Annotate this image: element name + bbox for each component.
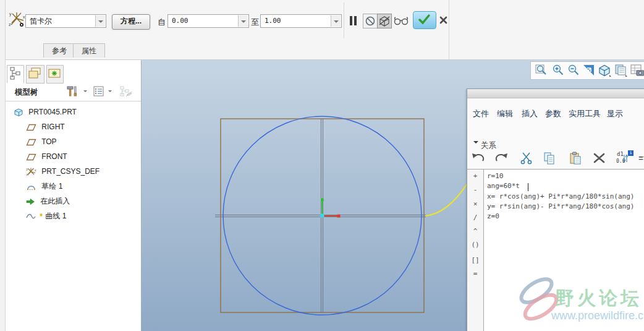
tree-settings-button[interactable] bbox=[93, 86, 104, 97]
equation-line: x= r*cos(ang)+ Pi*r*ang/180*sin(ang) bbox=[487, 192, 634, 202]
switch-dimensions-button[interactable]: d1 0.0 i bbox=[616, 152, 635, 166]
tree-item-insert-here[interactable]: 在此插入 bbox=[26, 194, 70, 208]
to-value-select[interactable]: 1.00 bbox=[260, 14, 342, 28]
operator-power-button[interactable]: ^ bbox=[467, 227, 483, 235]
tab-properties[interactable]: 属性 bbox=[73, 43, 105, 58]
from-value-select[interactable]: 0.00 bbox=[167, 14, 249, 28]
tree-item-sketch1[interactable]: 草绘 1 bbox=[26, 179, 62, 193]
geometry-preview-button[interactable] bbox=[377, 14, 392, 28]
menu-parameters[interactable]: 参数 bbox=[545, 108, 561, 120]
operator-brackets-button[interactable]: [] bbox=[467, 256, 483, 264]
operator-equals-button[interactable]: = bbox=[467, 270, 483, 278]
tree-tools-button[interactable] bbox=[66, 85, 78, 98]
csys-axes-icon: y x z bbox=[7, 11, 26, 28]
tree-item-label: PRT0045.PRT bbox=[28, 108, 77, 116]
tree-item-front[interactable]: FRONT bbox=[26, 150, 67, 163]
zoom-window-button[interactable] bbox=[534, 63, 548, 77]
glasses-icon bbox=[393, 16, 409, 25]
tree-item-part[interactable]: PRT0045.PRT bbox=[14, 105, 77, 119]
tree-item-csys[interactable]: yxz PRT_CSYS_DEF bbox=[26, 165, 100, 178]
chevron-down-icon[interactable] bbox=[95, 15, 105, 27]
zoom-in-button[interactable] bbox=[551, 63, 565, 77]
part-icon bbox=[14, 108, 23, 117]
model-tree-title: 模型树 bbox=[15, 87, 38, 98]
tree-settings-dropdown-icon[interactable] bbox=[108, 90, 112, 94]
csys-type-select[interactable]: 笛卡尔 bbox=[25, 14, 106, 28]
chevron-down-icon[interactable] bbox=[238, 15, 248, 27]
menu-file[interactable]: 文件 bbox=[473, 108, 489, 120]
csys-icon: yxz bbox=[26, 167, 36, 176]
refit-button[interactable] bbox=[582, 63, 596, 77]
operator-plus-button[interactable]: + bbox=[467, 172, 483, 180]
relations-window-titlebar[interactable] bbox=[467, 89, 644, 98]
relations-section-title: 关系 bbox=[481, 141, 496, 150]
csys-triad bbox=[321, 199, 341, 218]
tree-item-curve1[interactable]: * 曲线 1 bbox=[26, 209, 66, 223]
cancel-button[interactable] bbox=[439, 15, 448, 25]
menu-edit[interactable]: 编辑 bbox=[497, 108, 513, 120]
cut-button[interactable] bbox=[520, 152, 536, 166]
csys-type-value: 笛卡尔 bbox=[26, 15, 106, 27]
datum-plane-icon bbox=[26, 139, 36, 146]
collapse-triangle-icon bbox=[473, 141, 478, 146]
delete-button[interactable] bbox=[592, 152, 608, 166]
equation-curve bbox=[425, 182, 468, 216]
tree-item-top[interactable]: TOP bbox=[26, 135, 57, 148]
view-orientation-button[interactable] bbox=[597, 63, 611, 77]
model-tree-panel: 模型树 bbox=[6, 60, 142, 331]
capture-button[interactable] bbox=[629, 63, 643, 77]
curve-icon bbox=[26, 213, 36, 220]
info-badge-icon: i bbox=[628, 150, 633, 156]
menu-insert[interactable]: 插入 bbox=[522, 108, 538, 120]
menu-utilities[interactable]: 实用工具 bbox=[569, 108, 601, 120]
undo-button[interactable] bbox=[470, 152, 486, 166]
operator-minus-button[interactable]: - bbox=[467, 186, 483, 194]
pause-button[interactable] bbox=[349, 15, 358, 26]
tab-reference[interactable]: 参考 bbox=[43, 43, 75, 58]
model-tree-header: 模型树 bbox=[6, 83, 141, 101]
paste-button[interactable] bbox=[569, 152, 585, 166]
tools-icon bbox=[66, 85, 78, 98]
application-window: y x z 笛卡尔 方程... 自 0.00 至 1.00 bbox=[0, 0, 644, 331]
sketch-icon bbox=[26, 183, 36, 191]
operator-multiply-button[interactable]: × bbox=[467, 200, 483, 208]
redo-button[interactable] bbox=[493, 152, 509, 166]
confirm-button[interactable] bbox=[413, 11, 436, 29]
relations-section-header[interactable]: 关系 bbox=[473, 140, 496, 151]
verify-glasses-button[interactable] bbox=[393, 16, 409, 25]
chevron-down-icon[interactable] bbox=[331, 15, 341, 27]
text-cursor bbox=[528, 183, 528, 191]
relations-window: 文件 编辑 插入 参数 实用工具 显示 关系 bbox=[467, 88, 644, 331]
no-preview-button[interactable] bbox=[363, 14, 378, 28]
model-tree-tab[interactable] bbox=[7, 65, 24, 84]
tree-item-label: TOP bbox=[41, 137, 56, 146]
from-value: 0.00 bbox=[168, 15, 248, 27]
tree-filter-button[interactable] bbox=[119, 85, 133, 98]
cube-slash-icon bbox=[378, 14, 391, 28]
equation-button[interactable]: 方程... bbox=[112, 14, 150, 30]
close-icon bbox=[439, 15, 448, 25]
tree-tools-dropdown-icon[interactable] bbox=[83, 90, 87, 94]
operator-divide-button[interactable]: / bbox=[467, 213, 483, 221]
datum-plane-icon bbox=[26, 124, 36, 131]
folder-browser-tab[interactable] bbox=[26, 65, 44, 84]
insert-here-icon bbox=[26, 198, 35, 205]
operator-parens-button[interactable]: () bbox=[467, 241, 483, 249]
ban-icon bbox=[363, 14, 377, 28]
svg-text:y: y bbox=[9, 12, 12, 17]
datum-plane-icon bbox=[26, 153, 36, 161]
curve-equation-toolbar: y x z 笛卡尔 方程... 自 0.00 至 1.00 bbox=[6, 0, 644, 60]
menu-show[interactable]: 显示 bbox=[607, 108, 623, 120]
tree-item-right[interactable]: RIGHT bbox=[26, 120, 65, 134]
tree-item-label: 草绘 1 bbox=[41, 182, 62, 191]
view-manager-button[interactable] bbox=[613, 63, 627, 77]
zoom-out-button[interactable] bbox=[566, 63, 580, 77]
new-feature-star-icon: * bbox=[40, 210, 43, 223]
to-label: 至 bbox=[251, 17, 259, 28]
favorites-tab[interactable] bbox=[46, 65, 64, 84]
evaluate-button[interactable]: =? bbox=[637, 152, 644, 166]
copy-button[interactable] bbox=[543, 152, 559, 166]
from-label: 自 bbox=[158, 17, 166, 28]
to-value: 1.00 bbox=[261, 15, 341, 27]
watermark-url: www.proewildfire.cn bbox=[551, 309, 644, 322]
